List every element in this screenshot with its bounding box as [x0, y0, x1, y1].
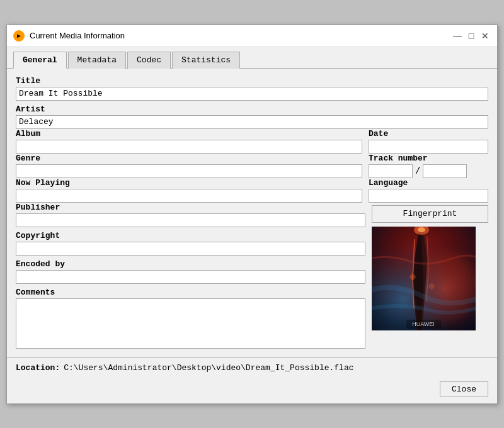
track-separator: /	[415, 166, 420, 176]
publisher-label: Publisher	[16, 203, 365, 212]
bottom-bar: Close	[7, 378, 497, 403]
publisher-copyright-col: Publisher Copyright Encoded by Comments	[16, 203, 365, 351]
track-label: Track number	[369, 154, 488, 163]
date-col: Date	[369, 129, 488, 154]
album-art-svg: HUAWEI	[372, 227, 476, 330]
track-total-input[interactable]	[423, 164, 467, 178]
title-label: Title	[16, 76, 488, 86]
publisher-art-row: Publisher Copyright Encoded by Comments …	[16, 203, 488, 351]
nowplaying-language-row: Now Playing Language	[16, 178, 488, 203]
date-input[interactable]	[369, 140, 488, 154]
window-title: Current Media Information	[30, 31, 125, 40]
language-label: Language	[369, 178, 488, 188]
genre-label: Genre	[16, 154, 362, 163]
encoded-by-input[interactable]	[16, 270, 365, 284]
track-number-input[interactable]	[369, 164, 413, 178]
now-playing-label: Now Playing	[16, 178, 362, 188]
svg-text:HUAWEI: HUAWEI	[412, 321, 435, 327]
language-col: Language	[369, 178, 488, 203]
tab-metadata[interactable]: Metadata	[68, 52, 126, 69]
date-label: Date	[369, 129, 488, 138]
fingerprint-button[interactable]: Fingerprint	[372, 205, 488, 223]
location-bar: Location: C:\Users\Administrator\Desktop…	[7, 358, 497, 378]
encoded-by-label: Encoded by	[16, 259, 365, 269]
album-label: Album	[16, 129, 362, 138]
tab-statistics[interactable]: Statistics	[172, 52, 240, 69]
close-window-button[interactable]: ✕	[479, 30, 491, 42]
location-value: C:\Users\Administrator\Desktop\video\Dre…	[64, 363, 353, 373]
maximize-button[interactable]: □	[466, 30, 477, 42]
genre-track-row: Genre Track number /	[16, 154, 488, 178]
main-window: ▶ Current Media Information — □ ✕ Genera…	[6, 25, 498, 404]
track-col: Track number /	[369, 154, 488, 178]
album-col: Album	[16, 129, 362, 154]
copyright-label: Copyright	[16, 231, 365, 240]
artist-label: Artist	[16, 104, 488, 114]
track-input-row: /	[369, 164, 488, 178]
publisher-input[interactable]	[16, 213, 365, 227]
tab-codec[interactable]: Codec	[127, 52, 171, 69]
svg-point-15	[418, 227, 425, 232]
album-input[interactable]	[16, 140, 362, 154]
album-date-row: Album Date	[16, 129, 488, 154]
close-button[interactable]: Close	[440, 381, 488, 397]
genre-input[interactable]	[16, 164, 362, 178]
now-playing-input[interactable]	[16, 189, 362, 203]
minimize-button[interactable]: —	[452, 30, 463, 42]
tab-bar: General Metadata Codec Statistics	[7, 47, 497, 69]
vlc-icon: ▶	[13, 30, 25, 42]
location-label: Location:	[16, 363, 60, 373]
title-bar: ▶ Current Media Information — □ ✕	[7, 25, 497, 47]
comments-input[interactable]	[16, 298, 365, 349]
tab-general[interactable]: General	[13, 52, 67, 69]
genre-col: Genre	[16, 154, 362, 178]
copyright-input[interactable]	[16, 242, 365, 256]
comments-label: Comments	[16, 288, 365, 297]
artist-input[interactable]	[16, 115, 488, 129]
language-input[interactable]	[369, 189, 488, 203]
content-area: Title Artist Album Date Genre Track numb…	[7, 69, 497, 358]
album-art: HUAWEI	[372, 227, 476, 330]
title-bar-left: ▶ Current Media Information	[13, 30, 125, 42]
nowplaying-col: Now Playing	[16, 178, 362, 203]
title-bar-controls: — □ ✕	[452, 30, 491, 42]
title-input[interactable]	[16, 87, 488, 101]
fingerprint-art-col: Fingerprint	[372, 203, 488, 351]
